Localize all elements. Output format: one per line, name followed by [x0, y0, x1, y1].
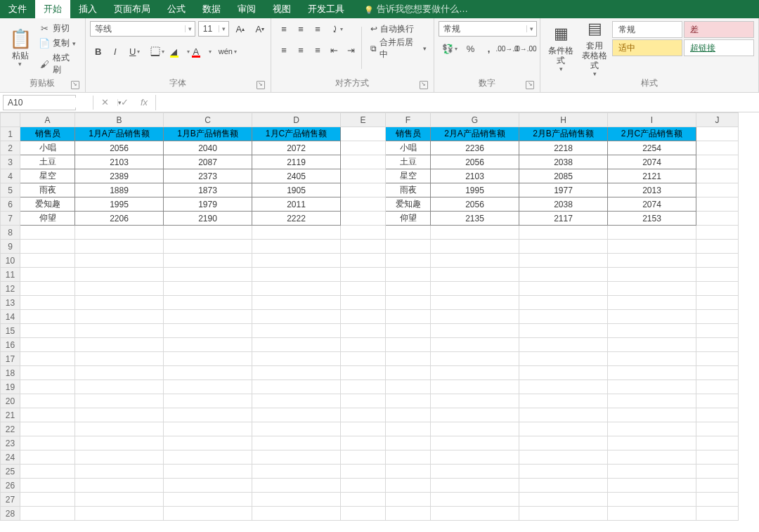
cell[interactable] — [20, 338, 75, 352]
row-header[interactable]: 23 — [1, 436, 20, 450]
cell[interactable] — [20, 436, 75, 450]
cell[interactable] — [696, 408, 739, 422]
column-header[interactable]: D — [252, 113, 341, 127]
cell[interactable] — [608, 450, 696, 465]
cell[interactable] — [164, 366, 252, 380]
cell[interactable] — [696, 465, 739, 479]
increase-indent-button[interactable]: ⇥ — [343, 42, 360, 58]
cell[interactable] — [164, 226, 252, 240]
cell[interactable]: 星空 — [20, 169, 75, 183]
number-dialog-launcher[interactable] — [526, 81, 534, 89]
cell[interactable] — [341, 352, 386, 366]
cell[interactable]: 2月B产品销售额 — [519, 127, 608, 141]
row-header[interactable]: 1 — [1, 127, 20, 141]
cell[interactable] — [341, 141, 386, 155]
cell[interactable] — [519, 450, 608, 465]
cell[interactable]: 2222 — [252, 212, 341, 226]
cell[interactable] — [431, 422, 519, 436]
cell[interactable] — [519, 394, 608, 408]
cell[interactable] — [696, 310, 739, 324]
cell[interactable] — [75, 366, 164, 380]
cell[interactable] — [519, 422, 608, 436]
cell[interactable] — [252, 268, 341, 282]
comma-button[interactable]: , — [481, 41, 498, 56]
cell[interactable]: 2218 — [519, 141, 608, 155]
cell[interactable] — [20, 352, 75, 366]
cell[interactable]: 1979 — [164, 197, 252, 212]
cell[interactable]: 2389 — [75, 169, 164, 183]
cell[interactable] — [75, 408, 164, 422]
cell[interactable] — [75, 422, 164, 436]
cell[interactable] — [696, 240, 739, 254]
cell[interactable]: 1977 — [519, 183, 608, 197]
cell[interactable] — [386, 465, 431, 479]
increase-decimal-button[interactable]: .00→.0 — [499, 41, 516, 56]
cell[interactable]: 2405 — [252, 169, 341, 183]
alignment-dialog-launcher[interactable] — [420, 81, 428, 89]
cell[interactable] — [386, 268, 431, 282]
tab-file[interactable]: 文件 — [0, 0, 35, 18]
cell[interactable] — [341, 240, 386, 254]
cell[interactable] — [341, 479, 386, 493]
cell[interactable] — [431, 380, 519, 394]
cell[interactable] — [75, 352, 164, 366]
cell[interactable] — [608, 338, 696, 352]
cell[interactable] — [608, 282, 696, 296]
cell[interactable] — [20, 226, 75, 240]
cell[interactable] — [386, 436, 431, 450]
cell[interactable] — [519, 436, 608, 450]
style-bad[interactable]: 差 — [684, 21, 754, 38]
cell[interactable] — [696, 254, 739, 268]
cell[interactable] — [164, 493, 252, 507]
style-normal[interactable]: 常规 — [612, 21, 682, 38]
row-header[interactable]: 16 — [1, 338, 20, 352]
cell[interactable] — [20, 240, 75, 254]
cell[interactable] — [386, 479, 431, 493]
percent-button[interactable]: % — [462, 41, 479, 56]
cell[interactable] — [252, 493, 341, 507]
cell[interactable]: 星空 — [386, 169, 431, 183]
clipboard-dialog-launcher[interactable] — [71, 81, 79, 89]
fill-color-button[interactable]: ◢ ▾ — [169, 44, 191, 59]
cell[interactable] — [696, 141, 739, 155]
column-header[interactable]: I — [608, 113, 696, 127]
cell[interactable] — [608, 465, 696, 479]
row-header[interactable]: 18 — [1, 366, 20, 380]
accept-formula-button[interactable]: ✓ — [116, 97, 133, 108]
cell[interactable]: 1月A产品销售额 — [75, 127, 164, 141]
row-header[interactable]: 8 — [1, 226, 20, 240]
cell[interactable]: 2月C产品销售额 — [608, 127, 696, 141]
cell[interactable] — [386, 352, 431, 366]
cell[interactable] — [608, 254, 696, 268]
cell[interactable] — [75, 226, 164, 240]
cell[interactable] — [341, 183, 386, 197]
cell[interactable] — [696, 226, 739, 240]
conditional-formatting-button[interactable]: ▦ 条件格式 — [545, 21, 577, 74]
cell[interactable] — [75, 240, 164, 254]
cell[interactable] — [75, 465, 164, 479]
cell[interactable] — [341, 436, 386, 450]
row-header[interactable]: 26 — [1, 479, 20, 493]
cancel-formula-button[interactable]: ✕ — [96, 97, 113, 108]
row-header[interactable]: 24 — [1, 450, 20, 465]
cell[interactable]: 2月A产品销售额 — [431, 127, 519, 141]
cell[interactable] — [431, 268, 519, 282]
decrease-indent-button[interactable]: ⇤ — [326, 42, 343, 58]
font-color-button[interactable]: A ▾ — [191, 44, 214, 59]
column-header[interactable]: F — [386, 113, 431, 127]
cell[interactable] — [164, 422, 252, 436]
cell[interactable]: 2013 — [608, 183, 696, 197]
align-left-button[interactable]: ≡ — [275, 42, 292, 58]
cell[interactable] — [608, 422, 696, 436]
cell[interactable] — [696, 507, 739, 521]
cell[interactable] — [20, 268, 75, 282]
cell[interactable] — [386, 408, 431, 422]
cell[interactable] — [20, 380, 75, 394]
cell[interactable] — [164, 408, 252, 422]
cell[interactable] — [75, 338, 164, 352]
cell[interactable] — [20, 394, 75, 408]
cell[interactable] — [696, 366, 739, 380]
row-header[interactable]: 9 — [1, 240, 20, 254]
cell[interactable] — [519, 465, 608, 479]
column-header[interactable]: H — [519, 113, 608, 127]
